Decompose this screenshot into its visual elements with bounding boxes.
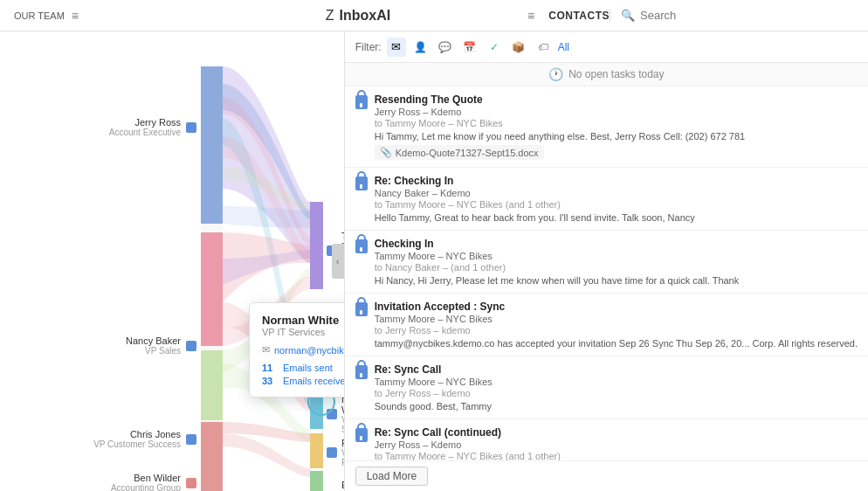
check-filter-icon[interactable]: ✓ bbox=[485, 38, 504, 57]
email-item[interactable]: Re: Sync Call Tammy Moore – NYC Bikes to… bbox=[345, 356, 868, 419]
email-subject: Re: Sync Call bbox=[375, 363, 858, 376]
popup-name: Norman White bbox=[262, 314, 345, 327]
svg-rect-7 bbox=[310, 433, 323, 468]
load-more-button[interactable]: Load More bbox=[355, 467, 428, 486]
email-attachment: 📎 Kdemo-Quote71327-Sept15.docx bbox=[375, 145, 544, 160]
email-to: to Jerry Ross – kdemo bbox=[375, 388, 858, 398]
email-to: to Nancy Baker – (and 1 other) bbox=[375, 262, 858, 273]
email-subject: Re: Sync Call (continued) bbox=[375, 426, 858, 439]
tag-filter-icon[interactable]: 🏷 bbox=[534, 38, 553, 57]
chat-filter-icon[interactable]: 💬 bbox=[436, 38, 455, 57]
svg-rect-1 bbox=[201, 66, 223, 224]
nancy-baker-indicator bbox=[186, 341, 196, 351]
email-from: Jerry Ross – Kdemo bbox=[375, 439, 858, 450]
search-input[interactable] bbox=[640, 9, 844, 22]
email-to: to Jerry Ross – kdemo bbox=[375, 325, 858, 335]
popup-email[interactable]: norman@nycbikes.kdemo.co bbox=[274, 345, 345, 356]
no-tasks-text: No open tasks today bbox=[568, 68, 664, 80]
email-preview: Sounds good. Best, Tammy bbox=[375, 401, 858, 411]
email-lock-icon bbox=[355, 428, 368, 460]
email-preview: tammy@nycbikes.kdemo.co has accepted you… bbox=[375, 338, 858, 349]
email-content: Re: Sync Call Tammy Moore – NYC Bikes to… bbox=[375, 363, 858, 411]
email-subject: Re: Checking In bbox=[375, 175, 858, 187]
sankey-svg bbox=[0, 31, 344, 491]
jerry-ross-indicator bbox=[186, 122, 196, 133]
email-to: to Tammy Moore – NYC Bikes bbox=[375, 118, 858, 128]
right-panel: Filter: ✉ 👤 💬 📅 ✓ 📦 🏷 All 🕐 No open task… bbox=[345, 31, 868, 491]
emails-received-row: 33 Emails received bbox=[262, 376, 345, 386]
no-tasks-bar: 🕐 No open tasks today bbox=[345, 63, 868, 86]
header-nav: ≡ CONTACTS bbox=[527, 9, 610, 23]
emails-received-link[interactable]: Emails received bbox=[283, 376, 345, 386]
person-filter-icon[interactable]: 👤 bbox=[411, 38, 431, 57]
filter-bar: Filter: ✉ 👤 💬 📅 ✓ 📦 🏷 All bbox=[345, 31, 868, 63]
nancy-baker-title: VP Sales bbox=[126, 346, 181, 356]
email-icon: ✉ bbox=[262, 344, 270, 356]
team-section: OUR TEAM ≡ bbox=[14, 9, 189, 23]
email-content: Invitation Accepted : Sync Tammy Moore –… bbox=[375, 301, 858, 349]
ezra-jordan-name: Ezra Jordan bbox=[341, 480, 345, 491]
email-item[interactable]: Re: Checking In Nancy Baker – Kdemo to T… bbox=[345, 168, 868, 231]
email-from: Jerry Ross – Kdemo bbox=[375, 107, 858, 117]
ruth-bell-title: VP Procurement bbox=[341, 448, 345, 467]
all-filter[interactable]: All bbox=[558, 41, 569, 53]
svg-rect-3 bbox=[201, 350, 223, 420]
ben-wilder-indicator bbox=[186, 478, 196, 488]
email-lock-icon bbox=[355, 302, 368, 349]
email-lock-icon bbox=[355, 365, 368, 411]
popup-email-row: ✉ norman@nycbikes.kdemo.co bbox=[262, 344, 345, 356]
email-subject: Resending The Quote bbox=[375, 93, 858, 106]
box-filter-icon[interactable]: 📦 bbox=[509, 38, 528, 57]
email-to: to Tammy Moore – NYC Bikes (and 1 other) bbox=[375, 199, 858, 210]
email-lock-icon bbox=[355, 95, 368, 160]
popup-title: VP IT Services bbox=[262, 327, 345, 337]
email-item[interactable]: Invitation Accepted : Sync Tammy Moore –… bbox=[345, 294, 868, 356]
ruth-bell-name: Ruth Bell bbox=[341, 438, 345, 448]
email-content: Resending The Quote Jerry Ross – Kdemo t… bbox=[375, 93, 858, 160]
email-from: Nancy Baker – Kdemo bbox=[375, 188, 858, 198]
email-list[interactable]: Resending The Quote Jerry Ross – Kdemo t… bbox=[345, 86, 868, 460]
popup-stats: 11 Emails sent 33 Emails received bbox=[262, 363, 345, 386]
filter-label: Filter: bbox=[355, 41, 382, 53]
email-content: Re: Sync Call (continued) Jerry Ross – K… bbox=[375, 426, 858, 460]
email-from: Tammy Moore – NYC Bikes bbox=[375, 314, 858, 324]
logo-icon: Z bbox=[326, 8, 334, 24]
menu-icon[interactable]: ≡ bbox=[72, 9, 79, 23]
clock-icon: 🕐 bbox=[548, 67, 563, 81]
sankey-panel: Jerry Ross Account Executive Nancy Baker… bbox=[0, 31, 345, 491]
attachment-icon: 📎 bbox=[380, 147, 392, 158]
email-preview: Hi Nancy, Hi Jerry, Please let me know w… bbox=[375, 275, 858, 286]
team-label: OUR TEAM bbox=[14, 10, 65, 21]
norman-white-title-right: VP IT Services bbox=[341, 415, 345, 434]
email-lock-icon bbox=[355, 176, 368, 223]
email-content: Checking In Tammy Moore – NYC Bikes to N… bbox=[375, 238, 858, 286]
contact-popup: Norman White VP IT Services ✉ norman@nyc… bbox=[249, 302, 345, 398]
nancy-baker-label: Nancy Baker VP Sales bbox=[17, 335, 196, 356]
chris-jones-label: Chris Jones VP Customer Success bbox=[17, 429, 196, 449]
email-item[interactable]: Re: Sync Call (continued) Jerry Ross – K… bbox=[345, 419, 868, 460]
email-subject: Checking In bbox=[375, 238, 858, 250]
logo-text: InboxAI bbox=[340, 8, 391, 24]
svg-rect-4 bbox=[201, 422, 223, 491]
contacts-nav[interactable]: CONTACTS bbox=[548, 10, 610, 22]
collapse-panel-button[interactable]: ‹ bbox=[332, 244, 344, 279]
emails-sent-count: 11 bbox=[262, 363, 279, 373]
email-preview: Hello Tammy, Great to hear back from you… bbox=[375, 212, 858, 223]
ruth-bell-label: Ruth Bell VP Procurement bbox=[327, 438, 345, 467]
svg-rect-2 bbox=[201, 232, 223, 346]
ben-wilder-label: Ben Wilder Accounting Group bbox=[17, 473, 196, 491]
calendar-filter-icon[interactable]: 📅 bbox=[460, 38, 479, 57]
chris-jones-title: VP Customer Success bbox=[93, 439, 181, 449]
svg-rect-5 bbox=[310, 202, 323, 289]
logo: Z InboxAI bbox=[189, 8, 527, 24]
emails-sent-row: 11 Emails sent bbox=[262, 363, 345, 373]
email-subject: Invitation Accepted : Sync bbox=[375, 301, 858, 313]
email-filter-icon[interactable]: ✉ bbox=[387, 38, 406, 57]
jerry-ross-label: Jerry Ross Account Executive bbox=[17, 117, 196, 137]
email-item[interactable]: Checking In Tammy Moore – NYC Bikes to N… bbox=[345, 231, 868, 294]
emails-sent-link[interactable]: Emails sent bbox=[283, 363, 333, 373]
email-item[interactable]: Resending The Quote Jerry Ross – Kdemo t… bbox=[345, 86, 868, 168]
nav-icon[interactable]: ≡ bbox=[527, 9, 534, 23]
chris-jones-indicator bbox=[186, 434, 196, 445]
load-more-container: Load More bbox=[345, 460, 868, 491]
